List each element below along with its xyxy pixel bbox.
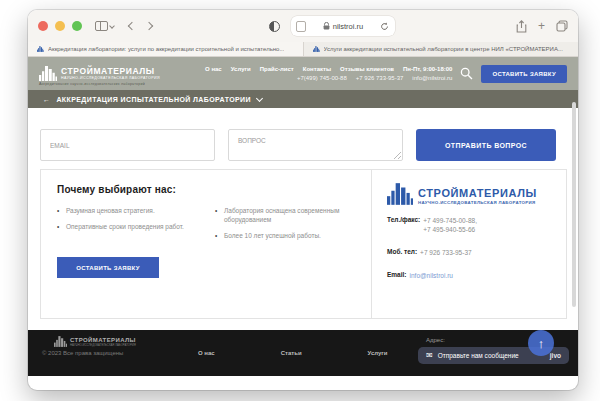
email-row: Email: info@nilstroi.ru: [387, 271, 551, 280]
tab-label: Услуги аккредитации испытательной лабора…: [324, 46, 563, 52]
logo-caption: Аккредитование научно-исследовательских …: [39, 82, 145, 86]
envelope-icon: ✉: [426, 351, 433, 360]
site-logo[interactable]: СТРОЙМАТЕРИАЛЫ НАУЧНО-ИССЛЕДОВАТЕЛЬСКАЯ …: [39, 66, 160, 81]
footer-link-about[interactable]: О нас: [198, 350, 215, 356]
tab-lab-accreditation-center[interactable]: Услуги аккредитации испытательной лабора…: [303, 42, 579, 56]
address-label: Адрес:: [426, 337, 445, 343]
mobile-label: Моб. тел:: [387, 248, 417, 257]
forward-button[interactable]: [146, 23, 152, 29]
close-window-button[interactable]: [38, 21, 48, 31]
lock-icon: [323, 22, 330, 30]
list-item: Лаборатория оснащена современным оборудо…: [215, 206, 355, 224]
email-link[interactable]: info@nilstroi.ru: [410, 271, 453, 280]
header-nav: О нас Услуги Прайс-лист Контакты Отзывы …: [205, 66, 452, 72]
site-header: СТРОЙМАТЕРИАЛЫ НАУЧНО-ИССЛЕДОВАТЕЛЬСКАЯ …: [28, 57, 578, 90]
chevron-down-icon[interactable]: [256, 94, 263, 101]
breadcrumb-bar[interactable]: ← АККРЕДИТАЦИЯ ИСПЫТАТЕЛЬНОЙ ЛАБОРАТОРИИ: [28, 90, 578, 108]
list-item: Оперативные сроки проведения работ.: [57, 222, 197, 231]
new-tab-icon[interactable]: +: [538, 21, 545, 31]
list-item: Разумная ценовая стратегия.: [57, 206, 197, 215]
question-field[interactable]: [228, 129, 403, 161]
header-email[interactable]: info@nilstroi.ru: [412, 75, 452, 81]
chat-brand: jivo: [550, 352, 561, 359]
tel-fax-label: Тел./факс:: [387, 216, 420, 234]
tel-fax-row: Тел./факс: +7 499-745-00-88, +7 495-940-…: [387, 216, 551, 234]
company-name: СТРОЙМАТЕРИАЛЫ: [418, 188, 537, 199]
nav-contacts[interactable]: Контакты: [303, 66, 331, 72]
footer-logo[interactable]: СТРОЙМАТЕРИАЛЫ НАУЧНО-ИССЛЕДОВАТЕЛЬСКАЯ …: [54, 336, 136, 347]
company-tagline: НАУЧНО-ИССЛЕДОВАТЕЛЬСКАЯ ЛАБОРАТОРИЯ: [418, 200, 537, 205]
tab-label: Аккредитация лаборатории: услуги по аккр…: [48, 46, 284, 52]
up-arrow-icon: ↑: [538, 336, 545, 351]
footer-link-services[interactable]: Услуги: [368, 350, 388, 356]
tel-fax-value-2: +7 495-940-55-66: [423, 226, 475, 233]
back-button[interactable]: [129, 23, 135, 29]
logo-title: СТРОЙМАТЕРИАЛЫ: [61, 67, 160, 76]
why-us-card: Почему выбирают нас: Разумная ценовая ст…: [40, 169, 567, 319]
why-us-list-2: Лаборатория оснащена современным оборудо…: [215, 206, 355, 247]
contacts-section: СТРОЙМАТЕРИАЛЫ НАУЧНО-ИССЛЕДОВАТЕЛЬСКАЯ …: [371, 170, 566, 318]
footer-link-articles[interactable]: Статьи: [281, 350, 302, 356]
safari-window: nilstroi.ru + Аккредитация лаборатории: …: [28, 10, 578, 390]
search-icon[interactable]: [460, 67, 473, 80]
breadcrumb-label: АККРЕДИТАЦИЯ ИСПЫТАТЕЛЬНОЙ ЛАБОРАТОРИИ: [56, 96, 251, 103]
resize-handle[interactable]: [393, 151, 401, 159]
logo-subtitle: НАУЧНО-ИССЛЕДОВАТЕЛЬСКАЯ ЛАБОРАТОРИЯ: [61, 76, 160, 81]
company-logo: СТРОЙМАТЕРИАЛЫ НАУЧНО-ИССЛЕДОВАТЕЛЬСКАЯ …: [387, 183, 551, 205]
favicon-bars-icon: [313, 46, 320, 52]
nav-about[interactable]: О нас: [205, 66, 222, 72]
header-phone-1[interactable]: +7(499) 745-00-88: [297, 75, 347, 81]
logo-bars-icon: [54, 336, 67, 347]
page-content: ОТПРАВИТЬ ВОПРОС Почему выбирают нас: Ра…: [28, 108, 578, 330]
url-text: nilstroi.ru: [333, 22, 363, 31]
chat-message: Отправьте нам сообщение: [438, 352, 519, 359]
header-contacts: +7(499) 745-00-88 +7 926 733-95-37 info@…: [297, 75, 453, 81]
nav-pricelist[interactable]: Прайс-лист: [260, 66, 294, 72]
nav-reviews[interactable]: Отзывы клиентов: [340, 66, 394, 72]
leave-request-button[interactable]: ОСТАВИТЬ ЗАЯВКУ: [57, 257, 159, 278]
email-field[interactable]: [40, 129, 215, 161]
minimize-window-button[interactable]: [55, 21, 65, 31]
privacy-report-icon[interactable]: [269, 21, 280, 32]
zoom-window-button[interactable]: [72, 21, 82, 31]
why-us-list-1: Разумная ценовая стратегия. Оперативные …: [57, 206, 197, 247]
page-settings-icon[interactable]: [296, 21, 306, 32]
list-item: Более 10 лет успешной работы.: [215, 231, 355, 240]
logo-bars-icon: [39, 66, 57, 81]
back-arrow-icon[interactable]: ←: [43, 96, 50, 103]
address-bar[interactable]: nilstroi.ru: [291, 16, 394, 36]
page-scrollbar[interactable]: [572, 102, 576, 307]
why-us-title: Почему выбирают нас:: [57, 184, 355, 195]
why-us-section: Почему выбирают нас: Разумная ценовая ст…: [41, 170, 371, 318]
tab-overview-icon[interactable]: [556, 20, 568, 32]
mobile-row: Моб. тел: +7 926 733-95-37: [387, 248, 551, 257]
send-question-button[interactable]: ОТПРАВИТЬ ВОПРОС: [416, 129, 556, 161]
browser-toolbar: nilstroi.ru +: [28, 10, 578, 42]
mobile-value: +7 926 733-95-37: [420, 248, 472, 257]
scroll-to-top-button[interactable]: ↑: [528, 330, 554, 356]
tel-fax-value-1: +7 499-745-00-88,: [423, 217, 477, 224]
copyright-text: © 2023 Все права защищены: [42, 350, 136, 356]
email-label: Email:: [387, 271, 407, 280]
tab-strip: Аккредитация лаборатории: услуги по аккр…: [28, 42, 578, 57]
logo-bars-icon: [387, 183, 413, 205]
header-cta-button[interactable]: ОСТАВИТЬ ЗАЯВКУ: [481, 65, 567, 83]
sidebar-toggle-icon[interactable]: [95, 21, 114, 31]
favicon-bars-icon: [37, 46, 44, 52]
footer-links: О нас Статьи Услуги: [198, 330, 388, 376]
tab-accreditation-services[interactable]: Аккредитация лаборатории: услуги по аккр…: [28, 42, 303, 56]
work-hours: Пн-Пт, 9:00-18:00: [403, 66, 452, 72]
nav-services[interactable]: Услуги: [231, 66, 251, 72]
header-phone-2[interactable]: +7 926 733-95-37: [356, 75, 404, 81]
refresh-icon[interactable]: [380, 22, 389, 31]
footer-logo-subtitle: НАУЧНО-ИССЛЕДОВАТЕЛЬСКАЯ ЛАБОРАТОРИЯ: [70, 343, 136, 347]
question-form: ОТПРАВИТЬ ВОПРОС: [28, 108, 578, 161]
share-icon[interactable]: [516, 20, 527, 33]
